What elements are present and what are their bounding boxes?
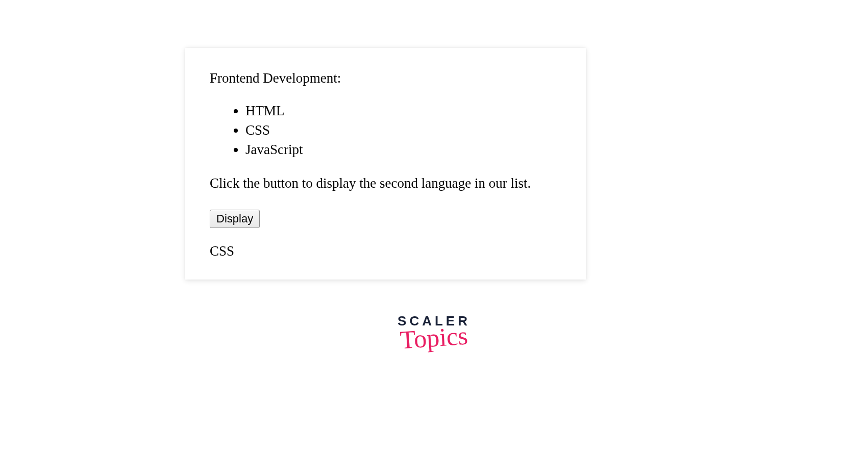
demo-card: Frontend Development: HTML CSS JavaScrip… (185, 48, 586, 280)
output-text: CSS (210, 243, 561, 259)
display-button[interactable]: Display (210, 210, 260, 228)
list-item: JavaScript (245, 140, 561, 160)
scaler-topics-logo: SCALER Topics (383, 314, 485, 349)
brand-line-2: Topics (400, 324, 468, 351)
language-list: HTML CSS JavaScript (210, 102, 561, 159)
list-item: CSS (245, 121, 561, 140)
list-item: HTML (245, 102, 561, 121)
card-heading: Frontend Development: (210, 70, 561, 86)
instruction-text: Click the button to display the second l… (210, 175, 561, 191)
